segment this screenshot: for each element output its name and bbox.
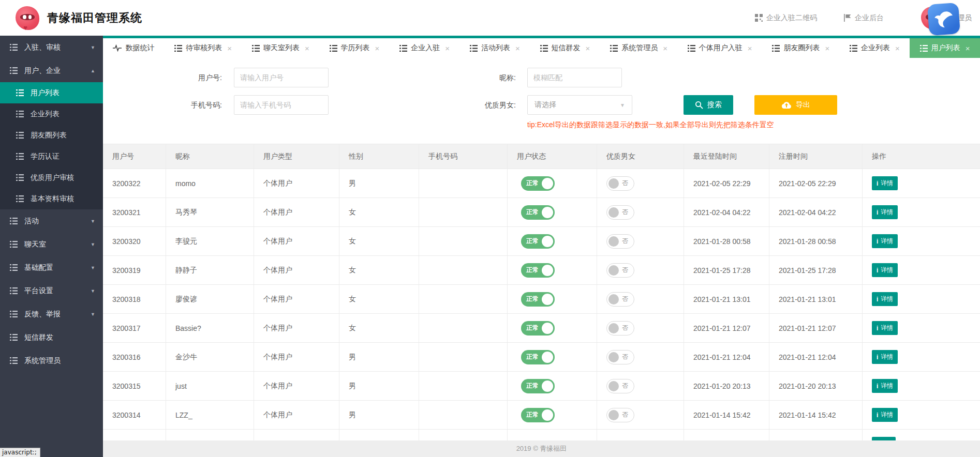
tab-item[interactable]: 个体用户入驻× <box>677 38 762 58</box>
detail-button[interactable]: i详情 <box>872 234 898 248</box>
status-toggle[interactable]: 正常 <box>521 263 555 278</box>
sidebar-item[interactable]: 短信群发 <box>0 326 103 349</box>
export-button[interactable]: 导出 <box>754 95 837 115</box>
close-icon[interactable]: × <box>445 44 450 52</box>
quality-toggle[interactable]: 否 <box>606 321 634 336</box>
tab-item[interactable]: 用户列表× <box>910 38 980 58</box>
browser-extension-bird-icon[interactable] <box>927 3 960 36</box>
quality-toggle[interactable]: 否 <box>606 292 634 307</box>
quality-select[interactable]: 请选择 ▼ <box>527 95 632 115</box>
main-panel: 数据统计待审核列表×聊天室列表×学历列表×企业入驻×活动列表×短信群发×系统管理… <box>103 36 980 457</box>
tab-item[interactable]: 待审核列表× <box>165 38 242 58</box>
table-row: 3200317Bassie?个体用户女正常否2021-01-21 12:0720… <box>103 314 980 343</box>
sidebar-item[interactable]: 活动▼ <box>0 209 103 233</box>
cell-user-id: 3200319 <box>103 256 166 284</box>
sidebar-item[interactable]: 基础配置▼ <box>0 256 103 279</box>
cell-quality: 否 <box>597 314 684 342</box>
footer: 2019 © 青缘福田 <box>103 440 980 457</box>
pulse-icon <box>113 44 122 52</box>
detail-button[interactable]: i详情 <box>872 321 898 335</box>
sidebar-item[interactable]: 反馈、举报▼ <box>0 302 103 326</box>
detail-button[interactable]: i详情 <box>872 176 898 190</box>
column-header: 手机号码 <box>419 144 508 169</box>
close-icon[interactable]: × <box>966 44 970 52</box>
sidebar-subitem[interactable]: 学历认证 <box>0 146 103 167</box>
tab-item[interactable]: 学历列表× <box>319 38 390 58</box>
enterprise-backend-link[interactable]: 企业后台 <box>844 13 884 23</box>
tab-item[interactable]: 聊天室列表× <box>242 38 320 58</box>
quality-toggle[interactable]: 否 <box>606 379 634 393</box>
sidebar-subitem[interactable]: 用户列表 <box>0 82 103 103</box>
list-icon <box>16 132 24 139</box>
nickname-input[interactable] <box>527 68 622 87</box>
close-icon[interactable]: × <box>748 44 752 52</box>
tab-item[interactable]: 短信群发× <box>530 38 600 58</box>
cell-user-type: 个体用户 <box>254 343 339 371</box>
sidebar-item[interactable]: 系统管理员 <box>0 349 103 372</box>
info-icon: i <box>877 325 878 332</box>
tab-item[interactable]: 企业入驻× <box>390 38 460 58</box>
sidebar-subitem[interactable]: 企业列表 <box>0 103 103 125</box>
user-id-input[interactable] <box>234 68 329 87</box>
app-logo: ♥ <box>16 6 39 30</box>
detail-button[interactable]: i详情 <box>872 408 898 422</box>
detail-button[interactable]: i详情 <box>872 263 898 277</box>
sidebar-subitem[interactable]: 基本资料审核 <box>0 188 103 209</box>
tab-item[interactable]: 活动列表× <box>459 38 530 58</box>
detail-button[interactable]: i详情 <box>872 350 898 364</box>
close-icon[interactable]: × <box>586 44 590 52</box>
sidebar-submenu: 用户列表企业列表朋友圈列表学历认证优质用户审核基本资料审核 <box>0 82 103 209</box>
tab-item[interactable]: 数据统计 <box>103 38 165 58</box>
status-toggle[interactable]: 正常 <box>521 379 555 393</box>
search-button[interactable]: 搜索 <box>684 95 733 115</box>
cell-user-type: 个体用户 <box>254 314 339 342</box>
detail-button[interactable]: i详情 <box>872 205 898 219</box>
enterprise-qr-link[interactable]: 企业入驻二维码 <box>755 13 817 23</box>
cell-phone <box>419 256 508 284</box>
cell-status: 正常 <box>508 227 597 255</box>
status-toggle[interactable]: 正常 <box>521 205 555 220</box>
sidebar-item[interactable]: 用户、企业▲ <box>0 59 103 82</box>
cell-user-type: 个体用户 <box>254 227 339 255</box>
status-toggle[interactable]: 正常 <box>521 292 555 307</box>
sidebar-item[interactable]: 入驻、审核▼ <box>0 36 103 59</box>
cell-user-type: 个体用户 <box>254 256 339 284</box>
close-icon[interactable]: × <box>305 44 309 52</box>
sidebar-subitem[interactable]: 优质用户审核 <box>0 167 103 188</box>
status-toggle[interactable]: 正常 <box>521 321 555 336</box>
close-icon[interactable]: × <box>825 44 829 52</box>
detail-button[interactable]: i详情 <box>872 379 898 393</box>
status-toggle[interactable]: 正常 <box>521 408 555 422</box>
quality-toggle[interactable]: 否 <box>606 408 634 422</box>
cell-gender: 女 <box>339 198 419 226</box>
phone-input[interactable] <box>234 95 329 115</box>
sidebar-item[interactable]: 平台设置▼ <box>0 279 103 302</box>
cell-gender: 女 <box>339 227 419 255</box>
cell-gender: 女 <box>339 314 419 342</box>
close-icon[interactable]: × <box>895 44 900 52</box>
sidebar-subitem[interactable]: 朋友圈列表 <box>0 125 103 146</box>
quality-toggle[interactable]: 否 <box>606 205 634 220</box>
cell-last-login: 2021-02-05 22:29 <box>684 169 769 197</box>
quality-toggle[interactable]: 否 <box>606 263 634 278</box>
info-icon: i <box>877 383 878 390</box>
tab-item[interactable]: 企业列表× <box>840 38 910 58</box>
detail-button[interactable]: i详情 <box>872 292 898 306</box>
close-icon[interactable]: × <box>663 44 667 52</box>
cell-last-login: 2021-01-21 12:07 <box>684 314 769 342</box>
close-icon[interactable]: × <box>227 44 232 52</box>
detail-button[interactable] <box>872 437 896 440</box>
quality-toggle[interactable]: 否 <box>606 350 634 364</box>
status-toggle[interactable]: 正常 <box>521 234 555 249</box>
sidebar-item[interactable]: 聊天室▼ <box>0 233 103 256</box>
status-toggle[interactable]: 正常 <box>521 350 555 364</box>
browser-status-bar: javascript:; <box>0 448 40 457</box>
tab-item[interactable]: 系统管理员× <box>600 38 678 58</box>
close-icon[interactable]: × <box>375 44 380 52</box>
tab-item[interactable]: 朋友圈列表× <box>762 38 840 58</box>
quality-toggle[interactable]: 否 <box>606 176 634 191</box>
list-icon <box>174 45 182 52</box>
close-icon[interactable]: × <box>515 44 520 52</box>
quality-toggle[interactable]: 否 <box>606 234 634 249</box>
status-toggle[interactable]: 正常 <box>521 176 555 191</box>
